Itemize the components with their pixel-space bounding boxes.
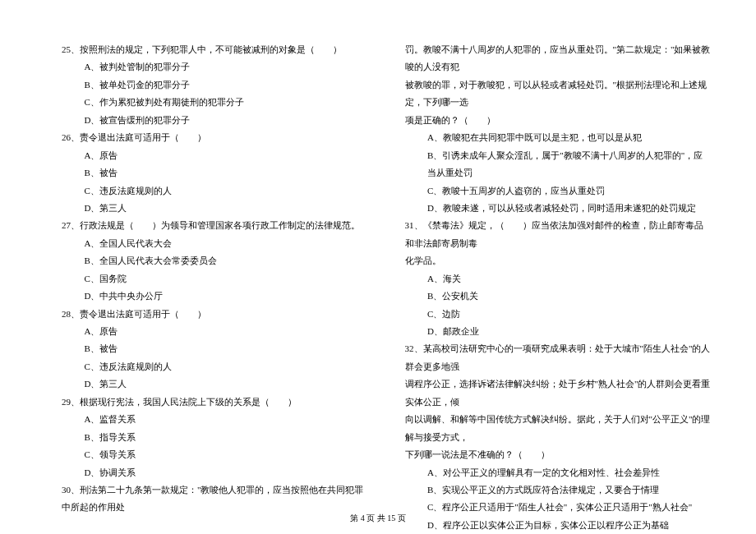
q30-cont-l2: 被教唆的罪，对于教唆犯，可以从轻或者减轻处罚。"根据刑法理论和上述规定，下列哪一… xyxy=(405,76,712,112)
q30-a: A、教唆犯在共同犯罪中既可以是主犯，也可以是从犯 xyxy=(405,129,712,146)
q27-d: D、中共中央办公厅 xyxy=(62,288,368,305)
q30-d: D、教唆未遂，可以从轻或者减轻处罚，同时适用未遂犯的处罚规定 xyxy=(405,200,712,217)
q32-a: A、对公平正义的理解具有一定的文化相对性、社会差异性 xyxy=(405,464,712,481)
q26-d: D、第三人 xyxy=(62,200,368,217)
page-footer: 第 4 页 共 15 页 xyxy=(0,513,756,524)
q26-b: B、被告 xyxy=(62,164,368,182)
page-body: 25、按照刑法的规定，下列犯罪人中，不可能被减刑的对象是（ ） A、被判处管制的… xyxy=(62,41,711,534)
q32-l4: 下列哪一说法是不准确的？（ ） xyxy=(405,446,712,463)
q26-c: C、违反法庭规则的人 xyxy=(62,182,368,200)
q28-a: A、原告 xyxy=(62,323,368,340)
q31-stem-l2: 化学品。 xyxy=(405,252,712,269)
q29-c: C、领导关系 xyxy=(62,446,368,463)
q25-b: B、被单处罚金的犯罪分子 xyxy=(62,76,368,94)
q32-l3: 向以调解、和解等中国传统方式解决纠纷。据此，关于人们对"公平正义"的理解与接受方… xyxy=(405,411,712,446)
q29-b: B、指导关系 xyxy=(62,429,368,446)
q31-a: A、海关 xyxy=(405,270,712,288)
q27-stem: 27、行政法规是（ ）为领导和管理国家各项行政工作制定的法律规范。 xyxy=(62,217,368,234)
q32-l1: 32、某高校司法研究中心的一项研究成果表明：处于大城市"陌生人社会"的人群会更多… xyxy=(405,340,712,375)
q29-d: D、协调关系 xyxy=(62,464,368,481)
q31-stem-l1: 31、《禁毒法》规定，（ ）应当依法加强对邮件的检查，防止邮寄毒品和非法邮寄易制… xyxy=(405,217,712,252)
q30-cont-l3: 项是正确的？（ ） xyxy=(405,112,712,129)
q25-stem: 25、按照刑法的规定，下列犯罪人中，不可能被减刑的对象是（ ） xyxy=(62,41,368,58)
q25-d: D、被宣告缓刑的犯罪分子 xyxy=(62,112,368,129)
q30-stem: 30、刑法第二十九条第一款规定："教唆他人犯罪的，应当按照他在共同犯罪中所起的作… xyxy=(62,481,368,517)
left-column: 25、按照刑法的规定，下列犯罪人中，不可能被减刑的对象是（ ） A、被判处管制的… xyxy=(62,41,368,534)
q27-b: B、全国人民代表大会常委委员会 xyxy=(62,252,368,269)
q27-a: A、全国人民代表大会 xyxy=(62,235,368,252)
q28-b: B、被告 xyxy=(62,340,368,357)
q26-stem: 26、责令退出法庭可适用于（ ） xyxy=(62,129,368,146)
q32-b: B、实现公平正义的方式既应符合法律规定，又要合于情理 xyxy=(405,481,712,499)
q28-d: D、第三人 xyxy=(62,375,368,393)
q31-c: C、边防 xyxy=(405,306,712,323)
q25-a: A、被判处管制的犯罪分子 xyxy=(62,58,368,76)
q31-d: D、邮政企业 xyxy=(405,323,712,340)
q31-b: B、公安机关 xyxy=(405,288,712,305)
q28-c: C、违反法庭规则的人 xyxy=(62,358,368,375)
q30-cont-l1: 罚。教唆不满十八周岁的人犯罪的，应当从重处罚。"第二款规定："如果被教唆的人没有… xyxy=(405,41,712,76)
q26-a: A、原告 xyxy=(62,147,368,164)
q25-c: C、作为累犯被判处有期徒刑的犯罪分子 xyxy=(62,94,368,111)
q29-a: A、监督关系 xyxy=(62,411,368,428)
q32-l2: 调程序公正，选择诉诸法律解决纠纷；处于乡村"熟人社会"的人群则会更看重实体公正，… xyxy=(405,375,712,411)
q30-b: B、引诱未成年人聚众淫乱，属于"教唆不满十八周岁的人犯罪的"，应当从重处罚 xyxy=(405,147,712,182)
q28-stem: 28、责令退出法庭可适用于（ ） xyxy=(62,306,368,323)
q29-stem: 29、根据现行宪法，我国人民法院上下级的关系是（ ） xyxy=(62,394,368,411)
q30-c: C、教唆十五周岁的人盗窃的，应当从重处罚 xyxy=(405,182,712,200)
q27-c: C、国务院 xyxy=(62,270,368,288)
right-column: 罚。教唆不满十八周岁的人犯罪的，应当从重处罚。"第二款规定："如果被教唆的人没有… xyxy=(405,41,712,534)
